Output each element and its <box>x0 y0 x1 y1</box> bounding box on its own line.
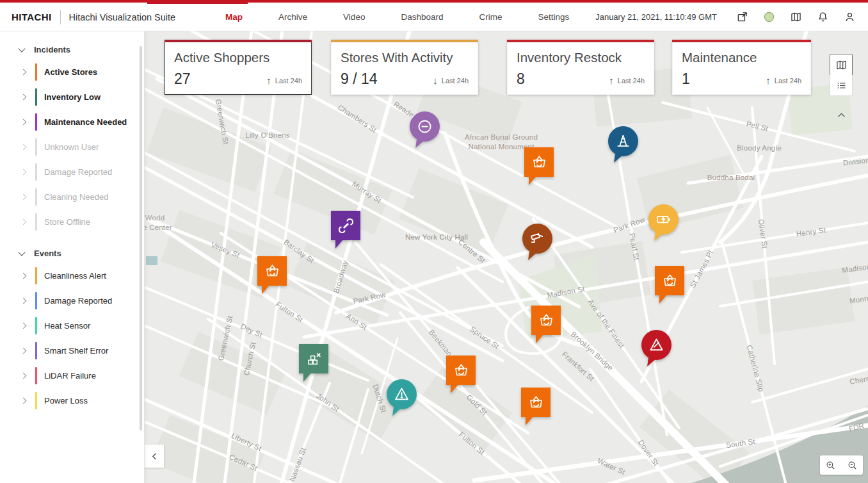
marker-tail <box>262 285 269 294</box>
sidebar-item-inventory-low[interactable]: Inventory Low <box>0 85 144 110</box>
section-header-events[interactable]: Events <box>0 242 144 263</box>
section-title: Incidents <box>34 45 70 54</box>
sidebar-item-label: Cleanliness Alert <box>44 271 106 281</box>
map-label: African Burial Ground <box>465 133 538 141</box>
notifications-bell-icon[interactable] <box>816 10 830 24</box>
card-title: Maintenance <box>682 50 801 65</box>
nav-item-archive[interactable]: Archive <box>278 12 307 22</box>
category-color-bar <box>35 267 37 284</box>
zoom-out-button[interactable] <box>842 455 864 475</box>
card-accent-bar <box>165 40 312 42</box>
marker-tail <box>528 251 537 261</box>
sidebar-item-active-stores[interactable]: Active Stores <box>0 60 144 85</box>
category-color-bar <box>35 63 37 81</box>
card-trend: ↑Last 24h <box>609 75 645 86</box>
inventory-restock-marker[interactable] <box>257 256 287 286</box>
inventory-restock-marker[interactable] <box>524 147 554 177</box>
sidebar-item-cleanliness-alert[interactable]: Cleanliness Alert <box>0 263 144 288</box>
stat-card-stores-with-activity[interactable]: Stores With Activity9 / 14↓Last 24h <box>331 40 478 95</box>
chevron-right-icon <box>20 398 27 404</box>
stat-card-active-shoppers[interactable]: Active Shoppers27↑Last 24h <box>165 40 312 95</box>
map-legend-icon[interactable] <box>789 10 803 24</box>
sidebar-item-heat-sensor[interactable]: Heat Sensor <box>0 313 144 338</box>
card-body: 8↑Last 24h <box>517 70 645 88</box>
active-tab-indicator <box>147 0 248 4</box>
maintenance-marker[interactable] <box>331 211 360 240</box>
section-header-incidents[interactable]: Incidents <box>0 38 144 60</box>
stat-card-maintenance[interactable]: Maintenance1↑Last 24h <box>672 40 811 95</box>
sidebar-item-store-offline[interactable]: Store Offline <box>0 209 144 234</box>
main-nav: MapArchiveVideoDashboardCrimeSettings <box>225 12 569 22</box>
sidebar-item-label: Smart Shelf Error <box>44 346 108 356</box>
sidebar-item-maintenance-needed[interactable]: Maintenance Needed <box>0 110 144 135</box>
nav-item-crime[interactable]: Crime <box>479 12 502 22</box>
list-view-button[interactable] <box>830 75 853 96</box>
chevron-right-icon <box>20 348 27 354</box>
marker-tail <box>392 407 401 417</box>
chevron-right-icon <box>20 373 27 379</box>
status-indicator[interactable] <box>762 10 776 24</box>
nav-item-map[interactable]: Map <box>225 12 243 22</box>
map-label: Buddha Bodai <box>707 174 755 181</box>
trend-period: Last 24h <box>442 77 469 85</box>
sidebar-scrollbar[interactable] <box>140 46 142 430</box>
lidar-failure-marker[interactable] <box>641 330 671 360</box>
cone-icon <box>613 131 633 151</box>
no-entry-marker[interactable] <box>410 111 440 142</box>
stat-card-inventory-restock[interactable]: Inventory Restock8↑Last 24h <box>507 40 654 95</box>
chevron-right-icon <box>20 119 27 126</box>
inventory-restock-marker[interactable] <box>446 356 476 385</box>
sidebar-item-lidar-failure[interactable]: LiDAR Failure <box>0 363 144 388</box>
battery-bolt-icon <box>654 209 673 229</box>
section-title: Events <box>34 249 61 258</box>
power-loss-marker[interactable] <box>648 204 679 234</box>
heat-sensor-marker[interactable] <box>387 379 417 409</box>
inventory-restock-marker[interactable] <box>655 266 684 295</box>
chevron-up-icon <box>835 108 848 122</box>
minus-circle-icon <box>415 117 435 136</box>
sidebar-item-cleaning-needed[interactable]: Cleaning Needed <box>0 184 144 209</box>
card-accent-bar <box>331 40 478 42</box>
user-profile-icon[interactable] <box>843 10 856 24</box>
marker-tail <box>526 416 533 425</box>
inventory-restock-marker[interactable] <box>521 388 551 417</box>
basket-sync-icon <box>536 311 556 331</box>
marker-tail <box>536 334 543 343</box>
sidebar-item-label: Unknown User <box>44 142 99 152</box>
nav-item-video[interactable]: Video <box>343 12 365 22</box>
wrench-icon <box>336 216 356 236</box>
chevron-left-icon <box>148 450 161 463</box>
sidebar-sections: IncidentsActive StoresInventory LowMaint… <box>0 31 144 413</box>
chevron-down-icon <box>18 45 25 52</box>
zoom-in-button[interactable] <box>820 455 842 475</box>
map-canvas[interactable]: Greenwich StLilly O'BriensChambers StRea… <box>144 31 868 483</box>
sidebar-item-label: Power Loss <box>44 396 88 405</box>
smart-shelf-error-marker[interactable] <box>299 344 328 373</box>
inventory-restock-marker[interactable] <box>531 306 561 335</box>
sidebar-item-damage-reported[interactable]: Damage Reported <box>0 160 144 184</box>
sidebar-item-label: Maintenance Needed <box>44 117 127 127</box>
security-camera-marker[interactable] <box>522 224 552 254</box>
sidebar-item-power-loss[interactable]: Power Loss <box>0 388 144 413</box>
sidebar-item-label: Damage Reported <box>44 167 112 177</box>
camera-icon <box>527 229 547 249</box>
sidebar-item-unknown-user[interactable]: Unknown User <box>0 135 144 160</box>
map-label: Lilly O'Briens <box>245 131 290 139</box>
map-view-button[interactable] <box>830 54 853 76</box>
category-color-bar <box>35 292 37 309</box>
trend-down-arrow-icon: ↓ <box>433 75 438 86</box>
share-icon[interactable] <box>735 10 749 24</box>
collapse-cards-button[interactable] <box>833 109 849 120</box>
marker-tail <box>654 232 663 242</box>
sidebar-collapse-button[interactable] <box>145 445 164 468</box>
basket-sync-icon <box>262 261 282 281</box>
traffic-cone-marker[interactable] <box>608 126 638 156</box>
header-inner: HITACHI Hitachi Visualization Suite MapA… <box>0 3 868 31</box>
nav-item-settings[interactable]: Settings <box>538 12 569 22</box>
sidebar-item-damage-reported[interactable]: Damage Reported <box>0 288 144 313</box>
nav-item-dashboard[interactable]: Dashboard <box>401 12 443 22</box>
marker-tail <box>415 139 424 149</box>
sidebar-item-smart-shelf-error[interactable]: Smart Shelf Error <box>0 338 144 363</box>
chevron-down-icon <box>18 249 25 256</box>
zoom-in-icon <box>824 459 837 471</box>
